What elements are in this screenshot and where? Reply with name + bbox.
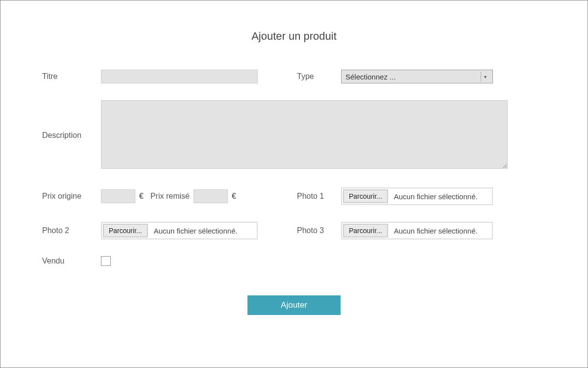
chevron-down-icon: ▾ [481,72,490,81]
label-vendu: Vendu [42,257,101,265]
photo1-browse-button[interactable]: Parcourir... [343,189,388,203]
page-title: Ajouter un produit [42,30,546,43]
photo2-file-input[interactable]: Parcourir... Aucun fichier sélectionné. [101,222,258,239]
photo2-browse-button[interactable]: Parcourir... [103,224,148,237]
photo2-file-status: Aucun fichier sélectionné. [149,227,238,235]
form-grid: Titre Type Sélectionnez ... ▾ Descriptio… [42,70,546,266]
prix-origine-input[interactable] [101,189,135,203]
label-titre: Titre [42,72,101,81]
label-type: Type [297,72,341,81]
description-textarea[interactable] [101,100,508,169]
prix-remise-input[interactable] [194,189,228,203]
form-container: Ajouter un produit Titre Type Sélectionn… [0,0,588,368]
photo3-file-input[interactable]: Parcourir... Aucun fichier sélectionné. [341,222,493,239]
currency-symbol-1: € [139,192,144,201]
label-photo2: Photo 2 [42,226,101,235]
titre-input[interactable] [101,70,258,83]
label-photo1: Photo 1 [297,192,341,201]
currency-symbol-2: € [232,192,236,201]
ajouter-button[interactable]: Ajouter [247,295,341,315]
photo1-file-status: Aucun fichier sélectionné. [389,192,478,201]
label-photo3: Photo 3 [297,226,341,235]
label-description: Description [42,131,101,140]
photo1-file-input[interactable]: Parcourir... Aucun fichier sélectionné. [341,187,493,205]
photo3-browse-button[interactable]: Parcourir... [343,224,388,237]
submit-row: Ajouter [42,295,546,315]
type-select[interactable]: Sélectionnez ... ▾ [341,70,493,83]
photo3-file-status: Aucun fichier sélectionné. [389,227,478,235]
type-select-value: Sélectionnez ... [345,73,396,81]
vendu-checkbox[interactable] [101,256,111,266]
label-prix-origine: Prix origine [42,192,101,201]
label-prix-remise: Prix remisé [150,192,190,201]
